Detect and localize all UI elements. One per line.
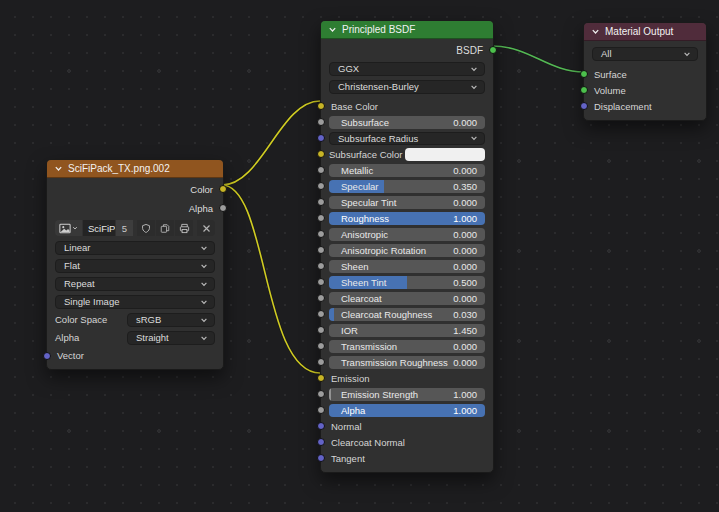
subsurface-radius-dropdown[interactable]: Subsurface Radius (329, 132, 485, 145)
socket-anisotropic-rotation[interactable] (317, 246, 325, 254)
slider-value: 0.000 (453, 165, 485, 176)
distribution-dropdown[interactable]: GGX (329, 62, 485, 76)
collapse-chevron-icon[interactable] (328, 25, 337, 34)
collapse-chevron-icon[interactable] (591, 27, 600, 36)
alpha-mode-dropdown[interactable]: Straight (127, 331, 215, 345)
transmission-slider[interactable]: Transmission 0.000 (329, 340, 485, 353)
extension-dropdown[interactable]: Repeat (55, 277, 215, 291)
socket-emission[interactable] (317, 374, 325, 382)
chevron-down-icon (200, 280, 208, 288)
input-label: Base Color (329, 101, 378, 112)
anisotropic-rotation-slider[interactable]: Anisotropic Rotation 0.000 (329, 244, 485, 257)
alpha-slider[interactable]: Alpha 1.000 (329, 404, 485, 417)
specular-slider[interactable]: Specular 0.350 (329, 180, 485, 193)
socket-specular[interactable] (317, 182, 325, 190)
socket-alpha-output[interactable] (219, 204, 227, 212)
node-title: Material Output (605, 26, 673, 37)
transmission-roughness-row: Transmission Roughness 0.000 (329, 354, 485, 370)
tangent-row: Tangent (329, 450, 485, 466)
socket-bsdf-output[interactable] (489, 46, 497, 54)
socket-base-color[interactable] (317, 102, 325, 110)
chevron-down-icon (72, 225, 78, 231)
socket-sheen[interactable] (317, 262, 325, 270)
duplicate-icon (160, 223, 170, 234)
image-texture-node-header[interactable]: SciFiPack_TX.png.002 (47, 160, 223, 178)
target-dropdown[interactable]: All (592, 47, 698, 61)
material-output-node-header[interactable]: Material Output (584, 23, 706, 41)
shader-editor-canvas[interactable]: SciFiPack_TX.png.002 Color Alpha SciFiPa… (0, 0, 719, 512)
principled-bsdf-node-header[interactable]: Principled BSDF (321, 21, 493, 39)
socket-displacement-input[interactable] (580, 102, 588, 110)
output-label: Color (190, 184, 213, 195)
subsurface-color-swatch[interactable] (405, 148, 485, 161)
slider-value: 1.000 (453, 389, 485, 400)
socket-sheen-tint[interactable] (317, 278, 325, 286)
socket-metallic[interactable] (317, 166, 325, 174)
sheen-tint-slider[interactable]: Sheen Tint 0.500 (329, 276, 485, 289)
specular-tint-slider[interactable]: Specular Tint 0.000 (329, 196, 485, 209)
fake-user-button[interactable] (137, 220, 155, 236)
projection-dropdown[interactable]: Flat (55, 259, 215, 273)
sheen-slider[interactable]: Sheen 0.000 (329, 260, 485, 273)
socket-emission-strength[interactable] (317, 390, 325, 398)
slider-value: 0.000 (453, 229, 485, 240)
roughness-row: Roughness 1.000 (329, 210, 485, 226)
socket-subsurface-radius[interactable] (317, 134, 325, 142)
unlink-button[interactable] (197, 220, 215, 236)
wire-bsdf-to-surface (492, 46, 584, 72)
socket-surface-input[interactable] (580, 70, 588, 78)
chevron-down-icon (683, 50, 691, 58)
pack-image-button[interactable] (175, 220, 193, 236)
socket-specular-tint[interactable] (317, 198, 325, 206)
wire-shadow (222, 185, 320, 373)
slider-value: 1.450 (453, 325, 485, 336)
socket-anisotropic[interactable] (317, 230, 325, 238)
dropdown-value: Subsurface Radius (336, 133, 470, 144)
roughness-slider[interactable]: Roughness 1.000 (329, 212, 485, 225)
slider-value: 1.000 (453, 213, 485, 224)
socket-transmission[interactable] (317, 342, 325, 350)
socket-clearcoat-roughness[interactable] (317, 310, 325, 318)
transmission-roughness-slider[interactable]: Transmission Roughness 0.000 (329, 356, 485, 369)
slider-label: Anisotropic (329, 229, 453, 240)
image-users-count-button[interactable]: 5 (116, 220, 133, 236)
output-row-alpha: Alpha (55, 200, 215, 216)
socket-transmission-roughness[interactable] (317, 358, 325, 366)
clearcoat-slider[interactable]: Clearcoat 0.000 (329, 292, 485, 305)
socket-subsurface-color[interactable] (317, 150, 325, 158)
source-dropdown[interactable]: Single Image (55, 295, 215, 309)
principled-bsdf-node[interactable]: Principled BSDF BSDF GGX Christensen-Bur… (320, 20, 494, 473)
metallic-slider[interactable]: Metallic 0.000 (329, 164, 485, 177)
image-name-field[interactable]: SciFiPack_T... (83, 220, 115, 236)
socket-tangent[interactable] (317, 454, 325, 462)
ior-slider[interactable]: IOR 1.450 (329, 324, 485, 337)
socket-clearcoat-normal[interactable] (317, 438, 325, 446)
anisotropic-slider[interactable]: Anisotropic 0.000 (329, 228, 485, 241)
slider-label: Anisotropic Rotation (329, 245, 453, 256)
material-output-node[interactable]: Material Output All Surface Volume Displ… (583, 22, 707, 121)
socket-alpha[interactable] (317, 406, 325, 414)
socket-volume-input[interactable] (580, 86, 588, 94)
emission-strength-slider[interactable]: Emission Strength 1.000 (329, 388, 485, 401)
socket-roughness[interactable] (317, 214, 325, 222)
socket-subsurface[interactable] (317, 118, 325, 126)
subsurface-method-dropdown[interactable]: Christensen-Burley (329, 80, 485, 94)
collapse-chevron-icon[interactable] (54, 164, 63, 173)
clearcoat-roughness-slider[interactable]: Clearcoat Roughness 0.030 (329, 308, 485, 321)
socket-color-output[interactable] (219, 185, 227, 193)
socket-vector-input[interactable] (43, 352, 51, 360)
socket-normal[interactable] (317, 422, 325, 430)
image-browse-button[interactable] (55, 220, 82, 236)
interpolation-dropdown[interactable]: Linear (55, 241, 215, 255)
socket-clearcoat[interactable] (317, 294, 325, 302)
socket-ior[interactable] (317, 326, 325, 334)
dropdown-value: GGX (336, 63, 470, 74)
dropdown-value: Single Image (62, 296, 200, 307)
new-image-button[interactable] (156, 220, 174, 236)
image-texture-node[interactable]: SciFiPack_TX.png.002 Color Alpha SciFiPa… (46, 159, 224, 370)
color-space-dropdown[interactable]: sRGB (127, 313, 215, 327)
specular-tint-row: Specular Tint 0.000 (329, 194, 485, 210)
chevron-down-icon (470, 134, 478, 142)
subsurface-slider[interactable]: Subsurface 0.000 (329, 116, 485, 129)
slider-value: 1.000 (453, 405, 485, 416)
